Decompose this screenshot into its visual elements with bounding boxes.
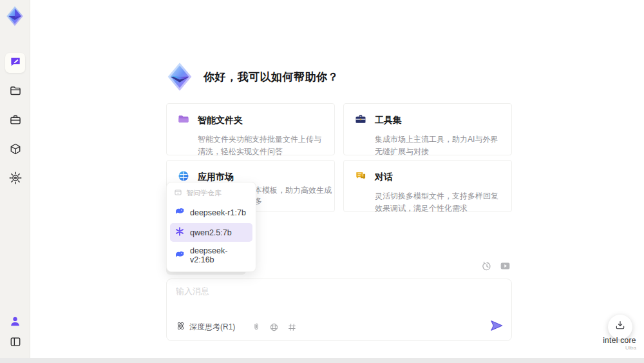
greeting: 你好，我可以如何帮助你？	[165, 62, 339, 92]
model-option-qwen[interactable]: qwen2.5:7b	[170, 223, 252, 242]
sidebar-item-toolbox[interactable]	[5, 111, 25, 131]
card-description: 智能文件夹功能支持批量文件上传与清洗，轻松实现文件问答	[198, 133, 324, 157]
sidebar	[0, 0, 30, 358]
attachment-icon[interactable]	[252, 322, 261, 331]
model-option-label: deepseek-v2:16b	[190, 246, 248, 264]
card-smart-folder[interactable]: 智能文件夹 智能文件夹功能支持批量文件上传与清洗，轻松实现文件问答	[166, 103, 335, 155]
sidebar-item-settings[interactable]	[5, 169, 25, 189]
globe-icon[interactable]	[269, 322, 279, 332]
sidebar-item-models[interactable]	[5, 140, 25, 160]
atom-icon	[176, 321, 185, 333]
card-description-fragment: 本模板，助力高效生成多	[254, 185, 338, 207]
intel-ultra-text: Ultra	[598, 345, 641, 351]
download-icon	[614, 320, 626, 334]
card-dialogue[interactable]: 对话 灵活切换多模型文件，支持多样回复效果调试，满足个性化需求	[343, 160, 512, 212]
briefcase-icon	[9, 113, 22, 129]
grid-hash-icon[interactable]	[287, 322, 297, 332]
deepseek-whale-icon	[175, 250, 185, 262]
repo-icon	[174, 188, 182, 198]
card-toolset[interactable]: 工具集 集成市场上主流工具，助力AI与外界无缝扩展与对接	[343, 103, 512, 155]
user-icon	[9, 315, 21, 330]
card-title: 工具集	[375, 115, 402, 126]
panel-icon	[9, 335, 22, 351]
sidebar-item-chat[interactable]	[5, 53, 25, 73]
chat-icon	[9, 55, 22, 71]
message-input[interactable]	[176, 286, 498, 314]
purple-folder-icon	[177, 113, 190, 128]
model-option-deepseek-v2[interactable]: deepseek-v2:16b	[170, 243, 252, 268]
composer-toolbar: 深度思考(R1)	[176, 320, 504, 334]
history-icon[interactable]	[482, 261, 492, 271]
pip-icon[interactable]	[500, 260, 511, 271]
app-logo-icon	[4, 5, 26, 27]
qwen-icon	[175, 226, 185, 239]
message-composer: 深度思考(R1)	[166, 279, 512, 341]
send-button[interactable]	[489, 319, 504, 335]
bottom-bar	[0, 358, 644, 363]
sidebar-item-files[interactable]	[5, 82, 25, 102]
card-description: 灵活切换多模型文件，支持多样回复效果调试，满足个性化需求	[375, 190, 501, 214]
model-dropdown-header: 智问学仓库	[170, 186, 252, 202]
deep-think-toggle[interactable]: 深度思考(R1)	[176, 321, 235, 333]
greeting-title: 你好，我可以如何帮助你？	[204, 70, 339, 84]
yellow-chat-icon	[354, 170, 367, 185]
card-title: 智能文件夹	[198, 115, 243, 126]
card-description: 集成市场上主流工具，助力AI与外界无缝扩展与对接	[375, 133, 501, 157]
model-dropdown-header-label: 智问学仓库	[186, 188, 222, 198]
deepseek-whale-icon	[175, 206, 185, 219]
model-dropdown: 智问学仓库 deepseek-r1:7b qwen2.5:7b	[166, 182, 256, 272]
navy-briefcase-icon	[354, 113, 367, 128]
sidebar-item-account[interactable]	[5, 313, 25, 333]
model-option-deepseek-r1[interactable]: deepseek-r1:7b	[170, 203, 252, 222]
model-option-label: deepseek-r1:7b	[190, 208, 246, 217]
assistant-logo-icon	[165, 62, 194, 92]
card-title: 对话	[375, 172, 393, 183]
cube-icon	[9, 142, 22, 158]
deep-think-label: 深度思考(R1)	[189, 322, 235, 333]
sidebar-collapse[interactable]	[5, 333, 25, 353]
intel-core-text: intel core	[598, 336, 641, 345]
app-window: 你好，我可以如何帮助你？ 智能文件夹 智能文件夹功能支持批量文件上传与清洗，轻松…	[0, 0, 644, 363]
gear-icon	[9, 172, 22, 187]
intel-core-badge: intel core Ultra	[598, 336, 641, 351]
folder-icon	[9, 84, 22, 100]
model-option-label: qwen2.5:7b	[190, 228, 232, 237]
